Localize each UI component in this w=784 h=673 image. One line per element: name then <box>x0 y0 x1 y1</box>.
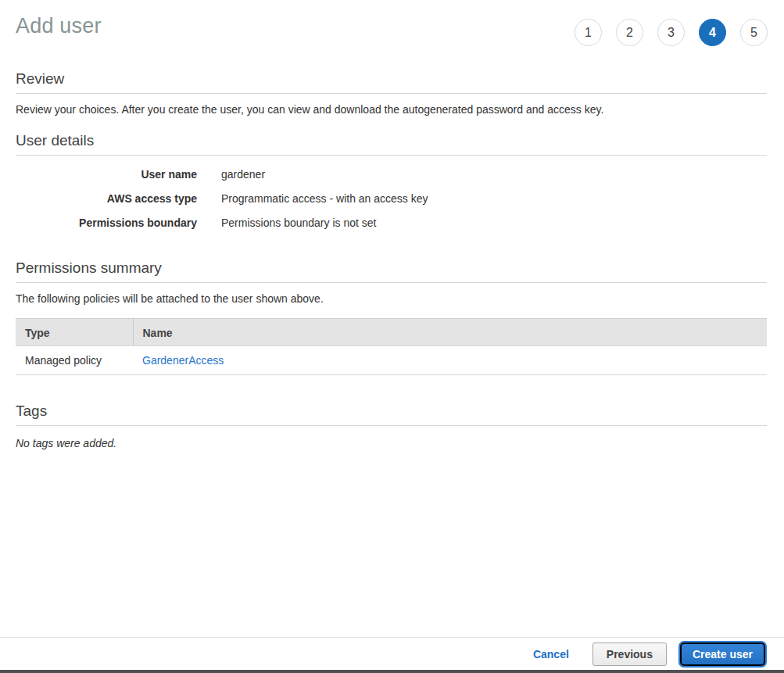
step-indicator-3: 3 <box>657 19 685 46</box>
tags-section: Tags No tags were added. <box>16 403 767 449</box>
step-indicator-5: 5 <box>740 19 768 46</box>
permissions-boundary-value: Permissions boundary is not set <box>221 216 376 231</box>
review-heading: Review <box>16 70 767 88</box>
create-user-button[interactable]: Create user <box>680 643 765 666</box>
policies-column-type: Type <box>16 319 133 346</box>
permissions-summary-description: The following policies will be attached … <box>16 292 767 305</box>
step-indicator-4-active: 4 <box>699 19 726 46</box>
policies-table-header-row: Type Name <box>16 319 767 346</box>
detail-row-access-type: AWS access type Programmatic access - wi… <box>16 192 767 206</box>
user-details-heading: User details <box>16 132 767 149</box>
access-type-label: AWS access type <box>16 192 197 206</box>
policy-type-cell: Managed policy <box>16 346 133 375</box>
tags-heading: Tags <box>16 403 767 420</box>
attached-policies-table: Type Name Managed policy GardenerAccess <box>16 318 767 375</box>
tags-empty-message: No tags were added. <box>16 437 767 449</box>
add-user-wizard-page: Add user 1 2 3 4 5 Review Review your ch… <box>0 0 784 673</box>
user-details-divider <box>16 155 767 156</box>
policy-name-link[interactable]: GardenerAccess <box>142 354 224 367</box>
review-section: Review Review your choices. After you cr… <box>16 70 767 116</box>
detail-row-permissions-boundary: Permissions boundary Permissions boundar… <box>16 216 767 231</box>
wizard-footer: Cancel Previous Create user <box>0 637 784 670</box>
review-description: Review your choices. After you create th… <box>16 103 767 116</box>
review-divider <box>16 93 767 94</box>
user-details-rows: User name gardener AWS access type Progr… <box>16 167 767 231</box>
permissions-summary-divider <box>16 282 767 283</box>
permissions-boundary-label: Permissions boundary <box>16 216 197 231</box>
wizard-step-indicator: 1 2 3 4 5 <box>575 19 768 46</box>
user-details-section: User details User name gardener AWS acce… <box>16 132 767 231</box>
table-row: Managed policy GardenerAccess <box>16 346 767 375</box>
policies-column-name: Name <box>133 319 767 346</box>
permissions-summary-section: Permissions summary The following polici… <box>16 260 767 375</box>
policy-name-cell: GardenerAccess <box>133 346 767 375</box>
bottom-window-edge <box>0 670 784 673</box>
previous-button[interactable]: Previous <box>592 643 667 666</box>
cancel-link[interactable]: Cancel <box>533 648 569 660</box>
user-name-label: User name <box>16 167 197 182</box>
step-indicator-2: 2 <box>616 19 643 46</box>
permissions-summary-heading: Permissions summary <box>16 260 767 277</box>
wizard-header: Add user 1 2 3 4 5 <box>0 0 784 69</box>
detail-row-user-name: User name gardener <box>16 167 767 182</box>
access-type-value: Programmatic access - with an access key <box>221 192 428 206</box>
tags-divider <box>16 425 767 426</box>
wizard-content: Review Review your choices. After you cr… <box>0 70 784 449</box>
page-title: Add user <box>16 14 102 38</box>
user-name-value: gardener <box>221 167 265 182</box>
step-indicator-1: 1 <box>575 19 602 46</box>
